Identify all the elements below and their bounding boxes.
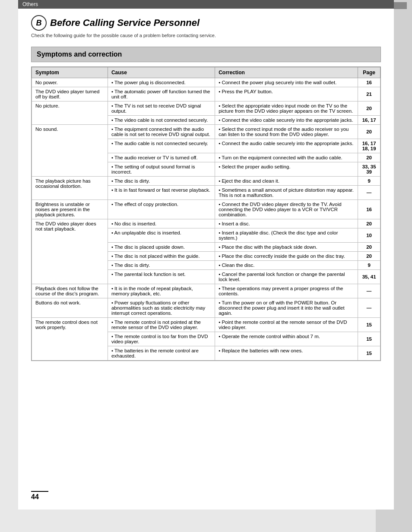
top-bar-label: Others	[22, 1, 38, 7]
symptom-cell: The playback picture has occasional dist…	[32, 177, 108, 200]
correction-cell: • Clean the disc.	[215, 261, 358, 270]
correction-cell: • Point the remote control at the remote…	[215, 318, 358, 332]
page-cell: 9	[358, 261, 380, 270]
correction-cell: • Eject the disc and clean it.	[215, 177, 358, 186]
correction-cell: • These operations may prevent a proper …	[215, 284, 358, 298]
cause-cell: • The disc is dirty.	[108, 177, 215, 186]
correction-cell: • Operate the remote control within abou…	[215, 332, 358, 346]
page-cell: 15	[358, 346, 380, 361]
correction-cell: • Place the disc correctly inside the gu…	[215, 252, 358, 261]
page-cell: 21	[358, 87, 380, 101]
symptoms-table: Symptom Cause Correction Page No power.•…	[32, 67, 380, 361]
correction-cell: • Connect the DVD video player directly …	[215, 200, 358, 219]
cause-cell: • The disc is not placed within the guid…	[108, 252, 215, 261]
cause-cell: • The remote control is not pointed at t…	[108, 318, 215, 332]
table-row: The DVD video player does not start play…	[32, 219, 380, 228]
page-subtitle: Check the following guide for the possib…	[31, 33, 381, 38]
table-row: No power.• The power plug is disconnecte…	[32, 78, 380, 87]
cause-cell: • The disc is placed upside down.	[108, 243, 215, 252]
page-cell: 35, 41	[358, 270, 380, 284]
correction-cell: • Press the PLAY button.	[215, 87, 358, 101]
page-cell: 16	[358, 78, 380, 87]
title-section: B Before Calling Service Personnel	[31, 15, 381, 31]
table-row: Brightness is unstable or noises are pre…	[32, 200, 380, 219]
page-cell: 20	[358, 101, 380, 116]
cause-cell: • The setting of output sound format is …	[108, 162, 215, 177]
correction-cell: • Connect the video cable securely into …	[215, 116, 358, 125]
table-row: Playback does not follow the course of t…	[32, 284, 380, 298]
symptom-cell: No sound.	[32, 125, 108, 177]
page-cell: —	[358, 186, 380, 200]
cause-cell: • The parental lock function is set.	[108, 270, 215, 284]
top-bar: Others	[18, 0, 394, 9]
correction-cell: • Connect the audio cable securely into …	[215, 139, 358, 153]
symptom-cell: Brightness is unstable or noises are pre…	[32, 200, 108, 219]
page-cell: —	[358, 298, 380, 318]
page-cell: 10	[358, 228, 380, 243]
cause-cell: • It is in the mode of repeat playback, …	[108, 284, 215, 298]
page-cell: 20	[358, 125, 380, 139]
page-cell: 16, 17 18, 19	[358, 139, 380, 153]
page-cell: 20	[358, 153, 380, 162]
symptom-cell: Playback does not follow the course of t…	[32, 284, 108, 298]
cause-cell: • Power supply fluctuations or other abn…	[108, 298, 215, 318]
correction-cell: • Select the appropriate video input mod…	[215, 101, 358, 116]
table-row: The DVD video player turned off by itsel…	[32, 87, 380, 101]
cause-cell: • The power plug is disconnected.	[108, 78, 215, 87]
correction-cell: • Turn the power on or off with the POWE…	[215, 298, 358, 318]
page: Others B Before Calling Service Personne…	[18, 0, 394, 510]
cause-cell: • The effect of copy protection.	[108, 200, 215, 219]
page-cell: 20	[358, 243, 380, 252]
correction-cell: • Connect the power plug securely into t…	[215, 78, 358, 87]
symptom-cell: No power.	[32, 78, 108, 87]
symptom-cell: Buttons do not work.	[32, 298, 108, 318]
cause-cell: • The TV is not set to receive DVD signa…	[108, 101, 215, 116]
table-header-row: Symptom Cause Correction Page	[32, 67, 380, 78]
correction-cell: • Insert a disc.	[215, 219, 358, 228]
table-row: Buttons do not work.• Power supply fluct…	[32, 298, 380, 318]
correction-cell: • Insert a playable disc. (Check the dis…	[215, 228, 358, 243]
symptom-cell: The remote control does not work properl…	[32, 318, 108, 361]
cause-cell: • The batteries in the remote control ar…	[108, 346, 215, 361]
cause-cell: • The audio receiver or TV is turned off…	[108, 153, 215, 162]
cause-cell: • It is in fast forward or fast reverse …	[108, 186, 215, 200]
page-cell: 20	[358, 252, 380, 261]
table-row: No sound.• The equipment connected with …	[32, 125, 380, 139]
cause-cell: • An unplayable disc is inserted.	[108, 228, 215, 243]
cause-cell: • The video cable is not connected secur…	[108, 116, 215, 125]
page-cell: 15	[358, 318, 380, 332]
correction-cell: • Sometimes a small amount of picture di…	[215, 186, 358, 200]
col-header-correction: Correction	[215, 67, 358, 78]
table-row: The remote control does not work properl…	[32, 318, 380, 332]
page-cell: 20	[358, 219, 380, 228]
page-cell: 9	[358, 177, 380, 186]
page-title: Before Calling Service Personnel	[50, 17, 200, 28]
correction-cell: • Replace the batteries with new ones.	[215, 346, 358, 361]
title-circle-icon: B	[31, 15, 47, 31]
table-row: The playback picture has occasional dist…	[32, 177, 380, 186]
cause-cell: • The equipment connected with the audio…	[108, 125, 215, 139]
page-cell: 16	[358, 200, 380, 219]
cause-cell: • The audio cable is not connected secur…	[108, 139, 215, 153]
symptom-cell: The DVD video player does not start play…	[32, 219, 108, 284]
cause-cell: • No disc is inserted.	[108, 219, 215, 228]
cause-cell: • The remote control is too far from the…	[108, 332, 215, 346]
page-footer: 44	[31, 491, 48, 501]
correction-cell: • Cancel the parental lock function or c…	[215, 270, 358, 284]
section-header: Symptoms and correction	[31, 47, 381, 62]
symptom-cell: No picture.	[32, 101, 108, 125]
correction-cell: • Place the disc with the playback side …	[215, 243, 358, 252]
cause-cell: • The disc is dirty.	[108, 261, 215, 270]
page-cell: 33, 35 39	[358, 162, 380, 177]
correction-cell: • Select the proper audio setting.	[215, 162, 358, 177]
col-header-cause: Cause	[108, 67, 215, 78]
page-cell: —	[358, 284, 380, 298]
table-row: No picture.• The TV is not set to receiv…	[32, 101, 380, 116]
col-header-page: Page	[358, 67, 380, 78]
symptom-cell: The DVD video player turned off by itsel…	[32, 87, 108, 101]
cause-cell: • The automatic power off function turne…	[108, 87, 215, 101]
col-header-symptom: Symptom	[32, 67, 108, 78]
page-cell: 16, 17	[358, 116, 380, 125]
symptoms-table-container: Symptom Cause Correction Page No power.•…	[31, 66, 381, 361]
correction-cell: • Turn on the equipment connected with t…	[215, 153, 358, 162]
